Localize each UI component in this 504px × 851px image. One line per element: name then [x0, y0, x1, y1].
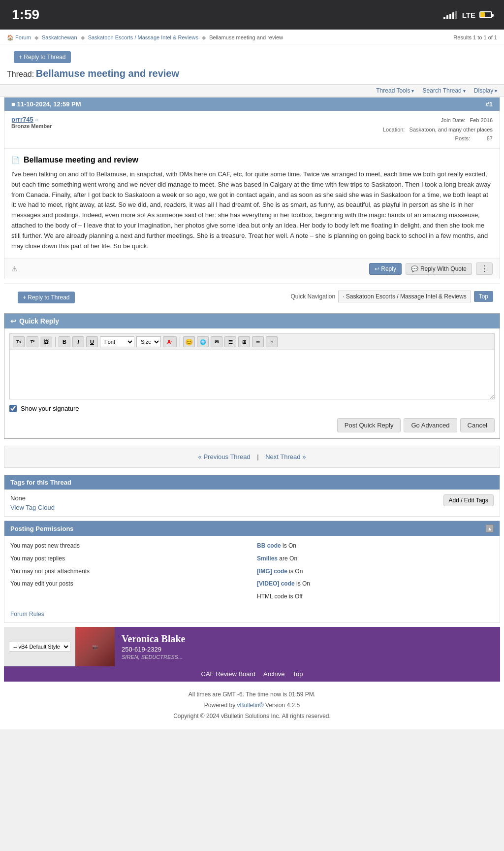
breadcrumb-sep3: ◆ [202, 34, 206, 40]
previous-thread-link[interactable]: « Previous Thread [198, 453, 251, 460]
tags-none: None [10, 494, 55, 502]
signature-row: Show your signature [9, 401, 495, 415]
reply-icon: ↩ [10, 317, 16, 325]
toolbar-separator-1 [55, 337, 56, 347]
breadcrumb-current: Bellamuse meeting and review [209, 34, 283, 40]
results-count: Results 1 to 1 of 1 [453, 34, 497, 40]
tags-header: Tags for this Thread [4, 475, 500, 490]
reply-to-thread-button-top[interactable]: Reply to Thread [14, 51, 71, 63]
toolbar-image-icon[interactable]: 🖼 [40, 336, 52, 347]
banner-photo: 📷 [75, 627, 115, 666]
perm-empty [10, 591, 247, 602]
home-icon: 🏠 [7, 34, 14, 40]
post-date: ■ 11-10-2024, 12:59 PM [11, 100, 81, 108]
toolbar-hr-button[interactable]: ━ [252, 336, 264, 347]
quick-nav-area: Quick Navigation · Saskatoon Escorts / M… [290, 291, 493, 302]
toolbar-mail-button[interactable]: ✉ [211, 336, 222, 347]
lte-label: LTE [462, 11, 475, 19]
forum-rules-link[interactable]: Forum Rules [10, 611, 494, 618]
page-footer: All times are GMT -6. The time now is 01… [0, 682, 504, 729]
display-link[interactable]: Display [474, 87, 497, 94]
toolbar-link-button[interactable]: 🌐 [197, 336, 209, 347]
quick-nav-dropdown[interactable]: · Saskatoon Escorts / Massage Intel & Re… [338, 291, 471, 302]
collapse-icon[interactable]: ▲ [486, 524, 494, 532]
thread-tools-link[interactable]: Thread Tools [376, 87, 414, 94]
vbulletin-link[interactable]: vBulletin® [237, 702, 264, 709]
username[interactable]: prrr745 [11, 116, 33, 123]
toolbar-b-button[interactable]: B [59, 336, 70, 347]
signal-bars-icon [443, 11, 457, 19]
page-content: Results 1 to 1 of 1 🏠 Forum ◆ Saskatchew… [0, 30, 504, 729]
quick-nav-label: Quick Navigation [290, 293, 335, 300]
more-options-button[interactable]: ⋮ [476, 262, 493, 275]
quick-reply-body: T₁ T² 🖼 B I U Font Size A· 😊 🌐 ✉ ☰ [4, 328, 500, 438]
perm-video: [VIDEO] code is On [257, 579, 494, 589]
post-user-info: prrr745 ○ Bronze Member [11, 116, 52, 143]
quote-icon: 💬 [411, 265, 418, 272]
archive-link[interactable]: Archive [263, 670, 284, 678]
post-header: ■ 11-10-2024, 12:59 PM #1 [4, 98, 500, 111]
bottom-nav-bar: Reply to Thread Quick Navigation · Saska… [4, 283, 500, 309]
top-button[interactable]: Top [474, 291, 493, 302]
timezone-text: All times are GMT -6. The time now is 01… [7, 689, 497, 700]
breadcrumb-forum[interactable]: Forum [15, 34, 31, 40]
post-quick-reply-button[interactable]: Post Quick Reply [337, 418, 401, 432]
reply-textarea[interactable] [9, 350, 495, 399]
view-tag-cloud-link[interactable]: View Tag Cloud [10, 504, 55, 511]
show-signature-checkbox[interactable] [9, 405, 17, 412]
banner-tagline: SIREN, SEDUCTRESS... [122, 654, 493, 660]
user-rank: Bronze Member [11, 123, 52, 129]
toolbar-u-button[interactable]: U [86, 336, 98, 347]
style-select[interactable]: -- vB4 Default Style [9, 642, 70, 652]
breadcrumb-saskatoon[interactable]: Saskatoon Escorts / Massage Intel & Revi… [88, 34, 198, 40]
post-title-text: Bellamuse meeting and review [24, 156, 138, 164]
footer-top-link[interactable]: Top [292, 670, 303, 678]
status-bar: 1:59 LTE [0, 0, 504, 30]
reply-button[interactable]: ↩ Reply [369, 263, 402, 275]
cancel-button[interactable]: Cancel [460, 418, 495, 432]
breadcrumb: Results 1 to 1 of 1 🏠 Forum ◆ Saskatchew… [0, 30, 504, 44]
toolbar-list-button[interactable]: ☰ [224, 336, 236, 347]
quick-reply-section: ↩ Quick Reply T₁ T² 🖼 B I U Font Size A· [4, 313, 500, 439]
caf-review-board-link[interactable]: CAF Review Board [201, 670, 256, 678]
reply-with-quote-button[interactable]: 💬 Reply With Quote [406, 263, 472, 275]
show-signature-label[interactable]: Show your signature [21, 405, 79, 412]
battery-icon [479, 11, 492, 18]
footer-banner: -- vB4 Default Style 📷 Veronica Blake 25… [4, 627, 500, 666]
post-join-info: Join Date: Feb 2016 Location: Saskatoon,… [383, 116, 493, 143]
post-title-heading: 📄 Bellamuse meeting and review [11, 156, 493, 164]
thread-title: Bellamuse meeting and review [36, 68, 179, 79]
banner-phone: 250-619-2329 [122, 646, 493, 653]
online-status-icon: ○ [35, 117, 38, 123]
document-icon: 📄 [11, 156, 20, 164]
toolbar-misc-button[interactable]: ○ [266, 336, 278, 347]
toolbar-format-icon[interactable]: T² [27, 336, 38, 347]
banner-name: Veronica Blake [122, 633, 493, 645]
thread-nav-separator: | [257, 453, 260, 460]
font-color-button[interactable]: A· [163, 336, 177, 347]
breadcrumb-saskatchewan[interactable]: Saskatchewan [42, 34, 77, 40]
toolbar-emoji-button[interactable]: 😊 [183, 336, 195, 347]
toolbar-bold-icon[interactable]: T₁ [13, 336, 25, 347]
perm-img: [IMG] code is On [257, 566, 494, 577]
font-size-select[interactable]: Size [136, 336, 161, 347]
location: Saskatoon, and many other places [410, 127, 493, 132]
toolbar-table-button[interactable]: ⊞ [238, 336, 250, 347]
permissions-header: Posting Permissions ▲ [4, 521, 500, 536]
quick-reply-buttons: Post Quick Reply Go Advanced Cancel [9, 415, 495, 433]
permissions-title: Posting Permissions [10, 525, 74, 532]
perm-html: HTML code is Off [257, 591, 494, 602]
go-advanced-button[interactable]: Go Advanced [404, 418, 457, 432]
powered-by: Powered by vBulletin® Version 4.2.5 [7, 700, 497, 711]
reply-to-thread-button-bottom[interactable]: Reply to Thread [18, 292, 75, 303]
thread-title-bar: Thread: Bellamuse meeting and review [0, 65, 504, 84]
add-edit-tags-button[interactable]: Add / Edit Tags [443, 494, 494, 506]
font-family-select[interactable]: Font [100, 336, 134, 347]
tags-section: Tags for this Thread None View Tag Cloud… [4, 475, 500, 517]
perm-post-replies: You may post replies [10, 554, 247, 564]
next-thread-link[interactable]: Next Thread » [265, 453, 306, 460]
search-thread-link[interactable]: Search Thread [423, 87, 466, 94]
post-count: 67 [487, 135, 493, 141]
status-time: 1:59 [12, 7, 39, 23]
toolbar-i-button[interactable]: I [72, 336, 84, 347]
